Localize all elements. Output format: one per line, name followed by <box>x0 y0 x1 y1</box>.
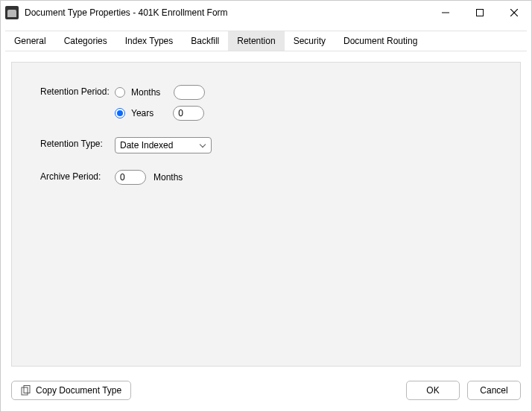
titlebar: Document Type Properties - 401K Enrollme… <box>1 1 531 25</box>
archive-period-input[interactable]: 0 <box>115 170 146 185</box>
cancel-button[interactable]: Cancel <box>467 381 521 400</box>
retention-period-field: Months Years 0 <box>115 85 205 121</box>
dialog-window: Document Type Properties - 401K Enrollme… <box>0 0 532 412</box>
archive-period-label: Archive Period: <box>40 170 115 182</box>
close-icon <box>510 9 518 16</box>
close-button[interactable] <box>497 1 531 25</box>
ok-button[interactable]: OK <box>406 381 460 400</box>
maximize-button[interactable] <box>463 1 497 25</box>
archive-period-row: Archive Period: 0 Months <box>40 170 505 185</box>
tab-security[interactable]: Security <box>285 31 335 51</box>
retention-period-label: Retention Period: <box>40 85 115 97</box>
retention-type-value: Date Indexed <box>120 140 173 150</box>
years-radio[interactable] <box>115 108 125 118</box>
months-radio-label: Months <box>131 87 160 98</box>
tab-document-routing[interactable]: Document Routing <box>335 31 426 51</box>
tab-retention[interactable]: Retention <box>228 31 284 51</box>
archive-period-field: 0 Months <box>115 170 183 185</box>
window-controls <box>428 1 531 25</box>
panel-wrap: Retention Period: Months Years 0 <box>1 51 531 377</box>
tab-general[interactable]: General <box>5 31 55 51</box>
ok-label: OK <box>426 385 439 396</box>
months-input[interactable] <box>174 85 205 100</box>
app-icon <box>5 6 19 19</box>
cancel-label: Cancel <box>480 385 507 396</box>
copy-icon <box>21 385 31 396</box>
retention-panel: Retention Period: Months Years 0 <box>11 62 521 367</box>
maximize-icon <box>476 9 484 16</box>
window-title: Document Type Properties - 401K Enrollme… <box>25 7 228 18</box>
months-option: Months <box>115 85 205 100</box>
months-radio[interactable] <box>115 87 125 98</box>
retention-type-field: Date Indexed <box>115 137 212 153</box>
retention-type-row: Retention Type: Date Indexed <box>40 137 505 153</box>
minimize-icon <box>442 9 449 16</box>
tab-index-types[interactable]: Index Types <box>116 31 183 51</box>
years-option: Years 0 <box>115 106 205 121</box>
years-input[interactable]: 0 <box>173 106 204 121</box>
svg-rect-5 <box>24 386 30 393</box>
svg-rect-4 <box>22 387 28 395</box>
svg-rect-1 <box>477 10 484 16</box>
tab-backfill[interactable]: Backfill <box>182 31 228 51</box>
retention-period-row: Retention Period: Months Years 0 <box>40 85 505 121</box>
retention-type-label: Retention Type: <box>40 137 115 149</box>
minimize-button[interactable] <box>428 1 463 25</box>
copy-document-type-button[interactable]: Copy Document Type <box>11 381 131 400</box>
years-radio-label: Years <box>131 108 153 118</box>
retention-type-select[interactable]: Date Indexed <box>115 137 212 153</box>
tabstrip: General Categories Index Types Backfill … <box>5 31 527 51</box>
archive-period-unit: Months <box>153 172 183 183</box>
footer: Copy Document Type OK Cancel <box>1 377 531 411</box>
tab-categories[interactable]: Categories <box>55 31 116 51</box>
copy-document-type-label: Copy Document Type <box>36 385 121 396</box>
